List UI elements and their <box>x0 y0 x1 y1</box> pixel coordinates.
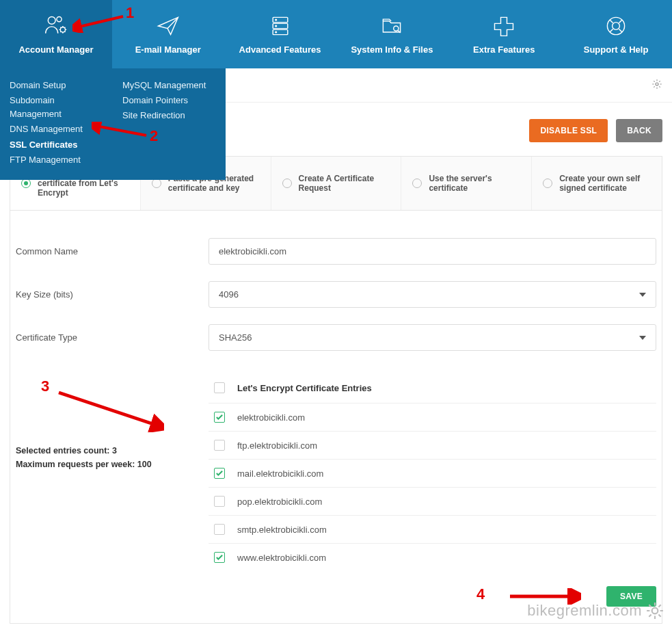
header-buttons: DISABLE SSL BACK <box>529 119 662 142</box>
back-button[interactable]: BACK <box>616 119 662 142</box>
gear-icon <box>646 602 664 620</box>
nav-label: Support & Help <box>584 44 649 55</box>
entry-label: smtp.elektrobicikli.com <box>237 525 327 535</box>
nav-label: Advanced Features <box>239 44 321 55</box>
tab-server-cert[interactable]: Use the server's certificate <box>401 157 532 210</box>
svg-point-11 <box>613 22 620 29</box>
radio-icon <box>543 179 552 188</box>
submenu-col-b: MySQL Management Domain Pointers Site Re… <box>113 78 226 168</box>
entries-list: Let's Encrypt Certificate Entries elektr… <box>209 375 662 571</box>
key-size-select[interactable]: 4096 <box>209 281 656 308</box>
entry-checkbox[interactable] <box>214 440 225 451</box>
lifebuoy-icon <box>604 14 628 38</box>
settings-gear-icon[interactable] <box>651 79 662 92</box>
nav-email-manager[interactable]: E-mail Manager <box>112 0 224 68</box>
paper-plane-icon <box>156 14 180 38</box>
entry-row: ftp.elektrobicikli.com <box>209 431 656 459</box>
entry-row: www.elektrobicikli.com <box>209 543 656 571</box>
entry-checkbox[interactable] <box>214 524 225 535</box>
tab-selfsigned[interactable]: Create your own self signed certificate <box>532 157 662 210</box>
label-cert-type: Certificate Type <box>10 332 209 343</box>
nav-label: Account Manager <box>18 44 93 55</box>
entry-checkbox[interactable] <box>214 496 225 507</box>
tab-label: Use the server's certificate <box>429 174 520 193</box>
nav-support-help[interactable]: Support & Help <box>560 0 672 68</box>
cert-type-value: SHA256 <box>219 332 252 343</box>
common-name-input[interactable] <box>209 238 656 265</box>
nav-system-info[interactable]: System Info & Files <box>336 0 448 68</box>
watermark-text: bikegremlin.com <box>527 602 642 620</box>
entry-label: pop.elektrobicikli.com <box>237 497 322 507</box>
submenu-ssl-certificates[interactable]: SSL Certificates <box>10 137 103 153</box>
selected-count: Selected entries count: 3 <box>16 444 209 458</box>
disable-ssl-button[interactable]: DISABLE SSL <box>529 119 608 142</box>
radio-icon <box>282 179 292 188</box>
tab-label: Create your own self signed certificate <box>559 174 651 193</box>
radio-icon <box>412 179 422 188</box>
submenu-dns-management[interactable]: DNS Management <box>10 122 103 137</box>
tab-label: Create A Certificate Request <box>299 174 390 193</box>
svg-point-9 <box>394 26 399 31</box>
entries-header-label: Let's Encrypt Certificate Entries <box>237 383 372 393</box>
top-nav: Account Manager E-mail Manager Advanced … <box>0 0 672 68</box>
entry-checkbox[interactable] <box>214 468 225 479</box>
svg-point-7 <box>275 25 276 27</box>
nav-label: System Info & Files <box>351 44 433 55</box>
plus-icon <box>492 14 516 38</box>
cert-type-select[interactable]: SHA256 <box>209 324 656 351</box>
entry-row: smtp.elektrobicikli.com <box>209 515 656 543</box>
entry-row: elektrobicikli.com <box>209 403 656 431</box>
entry-checkbox[interactable] <box>214 412 225 423</box>
radio-icon <box>152 179 161 188</box>
users-gear-icon <box>44 14 68 38</box>
submenu-site-redirection[interactable]: Site Redirection <box>122 108 216 123</box>
submenu-domain-pointers[interactable]: Domain Pointers <box>122 93 216 108</box>
entry-checkbox[interactable] <box>214 552 225 563</box>
entry-row: mail.elektrobicikli.com <box>209 459 656 487</box>
chevron-down-icon <box>639 336 646 340</box>
nav-extra-features[interactable]: Extra Features <box>448 0 560 68</box>
entry-label: www.elektrobicikli.com <box>237 553 326 563</box>
svg-point-6 <box>275 19 276 21</box>
entry-label: elektrobicikli.com <box>237 412 305 423</box>
entries-stats: Selected entries count: 3 Maximum reques… <box>10 375 209 571</box>
submenu-mysql-management[interactable]: MySQL Management <box>122 78 216 93</box>
chevron-down-icon <box>639 293 646 297</box>
nav-advanced-features[interactable]: Advanced Features <box>224 0 336 68</box>
nav-account-manager[interactable]: Account Manager <box>0 0 112 68</box>
nav-label: Extra Features <box>473 44 535 55</box>
nav-label: E-mail Manager <box>135 44 201 55</box>
entries-block: Selected entries count: 3 Maximum reques… <box>10 359 662 571</box>
key-size-value: 4096 <box>219 289 239 300</box>
select-all-checkbox[interactable] <box>214 382 225 393</box>
max-requests: Maximum requests per week: 100 <box>16 458 209 471</box>
entry-row: pop.elektrobicikli.com <box>209 487 656 515</box>
server-icon <box>268 14 293 38</box>
radio-icon <box>21 179 31 188</box>
label-common-name: Common Name <box>10 246 209 256</box>
folder-search-icon <box>379 14 404 38</box>
svg-point-17 <box>652 608 658 614</box>
watermark: bikegremlin.com <box>527 602 664 620</box>
submenu-account-manager: Domain Setup Subdomain Management DNS Ma… <box>0 68 226 180</box>
submenu-ftp-management[interactable]: FTP Management <box>10 153 103 168</box>
svg-point-0 <box>48 16 55 24</box>
entry-label: ftp.elektrobicikli.com <box>237 440 317 451</box>
submenu-col-a: Domain Setup Subdomain Management DNS Ma… <box>0 78 113 168</box>
submenu-domain-setup[interactable]: Domain Setup <box>10 78 103 93</box>
svg-point-12 <box>656 83 658 85</box>
svg-point-8 <box>275 31 276 33</box>
tab-csr[interactable]: Create A Certificate Request <box>271 157 402 210</box>
letsencrypt-form: Common Name Key Size (bits) 4096 Certifi… <box>10 210 662 624</box>
svg-point-1 <box>57 16 62 21</box>
entries-header: Let's Encrypt Certificate Entries <box>209 375 656 403</box>
entry-label: mail.elektrobicikli.com <box>237 468 323 479</box>
label-key-size: Key Size (bits) <box>10 289 209 300</box>
submenu-subdomain-management[interactable]: Subdomain Management <box>10 93 103 122</box>
